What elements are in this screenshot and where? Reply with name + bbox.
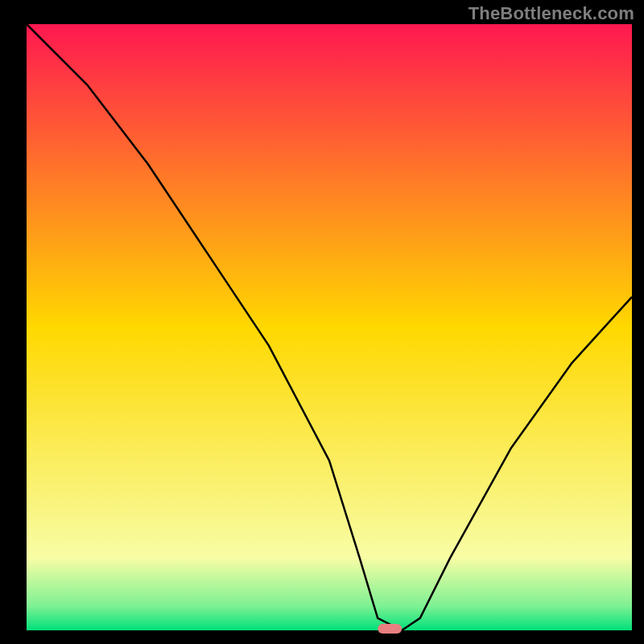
optimal-marker [378, 624, 402, 634]
watermark-label: TheBottleneck.com [469, 3, 634, 24]
bottleneck-chart [0, 0, 644, 644]
chart-root: TheBottleneck.com [0, 0, 644, 644]
plot-background [27, 24, 632, 630]
